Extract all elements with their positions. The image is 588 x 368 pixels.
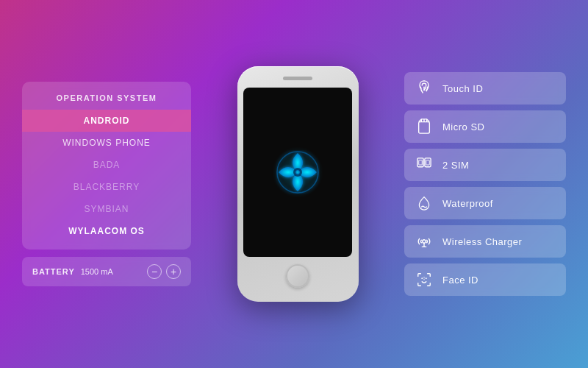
svg-rect-7 xyxy=(417,158,423,167)
battery-controls: − + xyxy=(147,264,181,279)
face-id-icon xyxy=(415,270,434,289)
battery-value: 1500 mA xyxy=(81,267,113,276)
os-item-symbian[interactable]: SYMBIAN xyxy=(22,198,191,220)
phone-device xyxy=(237,66,359,302)
fingerprint-icon xyxy=(415,79,434,98)
os-panel-title: OPERATION SYSTEM xyxy=(22,89,191,110)
touch-id-label: Touch ID xyxy=(442,83,483,94)
feature-wireless-charger[interactable]: Wireless Charger xyxy=(404,225,566,258)
feature-touch-id[interactable]: Touch ID xyxy=(404,72,566,105)
phone-logo xyxy=(276,150,320,194)
center-phone xyxy=(191,66,404,302)
phone-screen xyxy=(243,88,352,257)
face-id-label: Face ID xyxy=(442,275,478,286)
svg-point-11 xyxy=(423,240,426,244)
svg-point-14 xyxy=(421,277,423,279)
wireless-charger-label: Wireless Charger xyxy=(442,236,522,247)
wireless-charger-icon xyxy=(415,232,434,251)
phone-home-button[interactable] xyxy=(286,264,309,288)
battery-increase-button[interactable]: + xyxy=(166,264,181,279)
svg-rect-9 xyxy=(425,158,431,167)
os-panel: OPERATION SYSTEM ANDROID WINDOWS PHONE B… xyxy=(22,82,191,250)
os-item-windows[interactable]: WINDOWS PHONE xyxy=(22,132,191,154)
svg-point-15 xyxy=(426,277,427,279)
phone-speaker xyxy=(283,77,312,80)
right-panel: Touch ID Micro SD 2 SIM xyxy=(404,72,566,296)
water-icon xyxy=(415,194,434,213)
sim-icon xyxy=(415,155,434,174)
os-item-blackberry[interactable]: BLACKBERRY xyxy=(22,176,191,198)
battery-panel: BATTERY 1500 mA − + xyxy=(22,257,191,286)
os-item-wylaacom[interactable]: Wylaacom OS xyxy=(22,220,191,242)
svg-point-2 xyxy=(295,170,300,174)
battery-decrease-button[interactable]: − xyxy=(147,264,162,279)
waterproof-label: Waterproof xyxy=(442,198,493,209)
feature-2-sim[interactable]: 2 SIM xyxy=(404,149,566,181)
battery-label: BATTERY xyxy=(32,267,75,276)
svg-rect-3 xyxy=(419,122,430,134)
svg-rect-8 xyxy=(419,160,423,165)
feature-face-id[interactable]: Face ID xyxy=(404,263,566,296)
left-panel: OPERATION SYSTEM ANDROID WINDOWS PHONE B… xyxy=(22,82,191,286)
sim-label: 2 SIM xyxy=(442,160,469,171)
feature-waterproof[interactable]: Waterproof xyxy=(404,187,566,219)
feature-micro-sd[interactable]: Micro SD xyxy=(404,110,566,143)
micro-sd-label: Micro SD xyxy=(442,121,484,132)
sd-card-icon xyxy=(415,117,434,136)
svg-rect-10 xyxy=(426,160,430,165)
os-item-bada[interactable]: BADA xyxy=(22,154,191,176)
os-item-android[interactable]: ANDROID xyxy=(22,110,191,132)
